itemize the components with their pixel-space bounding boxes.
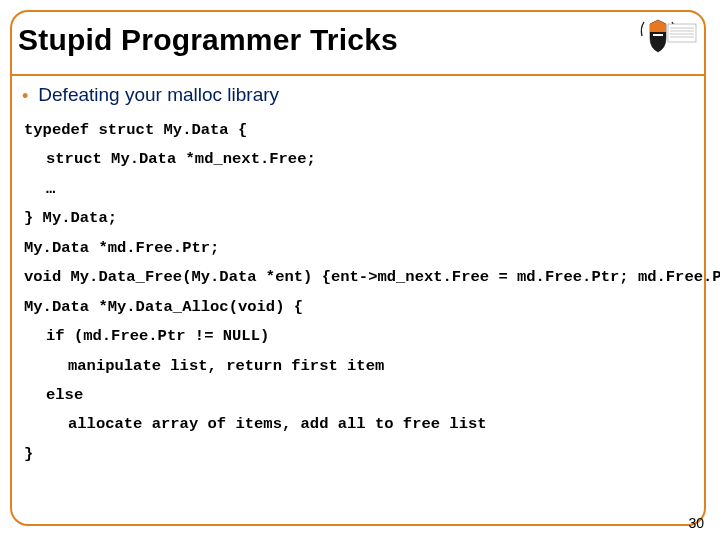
- bullet-text: Defeating your malloc library: [38, 84, 279, 106]
- code-line: else: [24, 381, 694, 410]
- code-line: …: [24, 175, 694, 204]
- title-row: Stupid Programmer Tricks: [18, 16, 698, 64]
- bullet-item: • Defeating your malloc library: [22, 84, 694, 108]
- slide-title: Stupid Programmer Tricks: [18, 23, 398, 57]
- code-line: } My.Data;: [24, 204, 694, 233]
- code-line: manipulate list, return first item: [24, 352, 694, 381]
- title-divider: [12, 74, 704, 76]
- svg-rect-0: [653, 34, 663, 36]
- code-line: allocate array of items, add all to free…: [24, 410, 694, 439]
- svg-rect-1: [668, 24, 696, 42]
- bullet-dot-icon: •: [22, 84, 28, 108]
- code-line: }: [24, 440, 694, 469]
- code-line: struct My.Data *md_next.Free;: [24, 145, 694, 174]
- princeton-shield-logo: [634, 16, 698, 64]
- code-line: typedef struct My.Data {: [24, 116, 694, 145]
- page-number: 30: [688, 515, 704, 531]
- code-line: My.Data *md.Free.Ptr;: [24, 234, 694, 263]
- code-block: typedef struct My.Data { struct My.Data …: [24, 116, 694, 469]
- code-line: if (md.Free.Ptr != NULL): [24, 322, 694, 351]
- code-line: void My.Data_Free(My.Data *ent) {ent->md…: [24, 263, 694, 292]
- code-line: My.Data *My.Data_Alloc(void) {: [24, 293, 694, 322]
- slide-content: • Defeating your malloc library typedef …: [22, 84, 694, 469]
